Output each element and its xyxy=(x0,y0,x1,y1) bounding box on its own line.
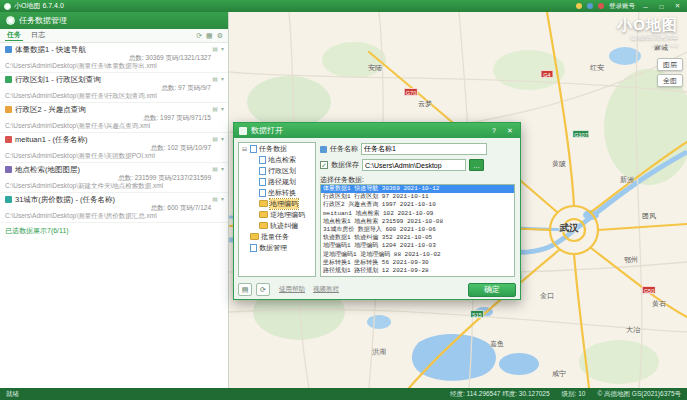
task-list: 体量数据1 - 快速导航▤▾总数: 30369 页码/1321/1327C:\U… xyxy=(0,43,228,388)
layers-button[interactable]: 图层 xyxy=(657,58,683,71)
task-menu-icon[interactable]: ▾ xyxy=(221,45,224,54)
tree-item-批量任务[interactable]: 批量任务 xyxy=(239,231,315,242)
brand-block: 小O地图 让地图应用更简单 ver 6.7.4.0 xyxy=(617,17,678,48)
task-table-icon[interactable]: ▤ xyxy=(212,105,218,114)
task-data-row[interactable]: 坐标转换1 坐标转换 56 2021-09-30 xyxy=(321,259,514,267)
map-city-label: 大冶 xyxy=(626,325,640,335)
sidebar-tabs: 任务日志 xyxy=(5,30,47,41)
full-extent-button[interactable]: 全图 xyxy=(657,74,683,87)
task-menu-icon[interactable]: ▾ xyxy=(221,165,224,174)
task-data-row[interactable]: 行政区2 兴趣点查询 1997 2021-10-10 xyxy=(321,201,514,209)
dialog-footer: ▤ ⟳ 使用帮助视频教程 确定 xyxy=(238,281,516,298)
task-stats: 总数: 102 页码/10/97 xyxy=(5,144,224,152)
task-table-icon[interactable]: ▤ xyxy=(212,75,218,84)
brand-version: ver 6.7.4.0 xyxy=(617,42,678,48)
save-label: 数据保存 xyxy=(331,160,359,170)
refresh-list-icon[interactable]: ⟳ xyxy=(256,283,270,296)
dialog-link-使用帮助[interactable]: 使用帮助 xyxy=(279,285,305,294)
task-data-listbox: 体量数据1 快速导航 30369 2021-10-12行政区划1 行政区划 97… xyxy=(320,184,515,277)
map-city-label: 鄂州 xyxy=(624,255,638,265)
task-menu-icon[interactable]: ▾ xyxy=(221,75,224,84)
task-name-input[interactable] xyxy=(361,143,487,155)
task-list-item[interactable]: meituan1 - (任务名称)▤▾总数: 102 页码/10/97C:\Us… xyxy=(0,133,228,163)
task-title: 地点检索(地图图层) xyxy=(15,165,80,174)
tree-item-地理编码[interactable]: 地理编码 xyxy=(239,198,315,209)
tree-item-逆地理编码[interactable]: 逆地理编码 xyxy=(239,209,315,220)
list-view-icon[interactable]: ▤ xyxy=(238,283,252,296)
dialog-close-button[interactable]: ✕ xyxy=(505,127,515,135)
sidebar-tab-任务[interactable]: 任务 xyxy=(5,30,23,41)
task-list-item[interactable]: 行政区划1 - 行政区划查询▤▾总数: 97 页码/9/7C:\Users\Ad… xyxy=(0,73,228,103)
sidebar-tab-日志[interactable]: 日志 xyxy=(29,30,47,41)
sidebar-logo-icon xyxy=(6,16,15,25)
task-data-row[interactable]: 体量数据1 快速导航 30369 2021-10-12 xyxy=(321,185,514,193)
task-list-item[interactable]: 31城市(房价数据) - (任务名称)▤▾总数: 600 页码/7/124C:\… xyxy=(0,193,228,223)
tree-item-轨迹纠偏[interactable]: 轨迹纠偏 xyxy=(239,220,315,231)
brand-logo: 小O地图 xyxy=(617,17,678,33)
tree-label: 逆地理编码 xyxy=(270,210,305,220)
map-tool-buttons: 图层全图 xyxy=(657,58,683,87)
settings-icon[interactable]: ⚙ xyxy=(217,32,223,40)
login-account-button[interactable]: 登录账号 xyxy=(609,2,635,11)
grid-icon[interactable]: ▦ xyxy=(206,32,213,40)
task-title: meituan1 - (任务名称) xyxy=(15,135,88,144)
task-table-icon[interactable]: ▤ xyxy=(212,45,218,54)
task-menu-icon[interactable]: ▾ xyxy=(221,105,224,114)
task-path: C:\Users\Admin\Desktop\测量任务\行政区划查询.xml xyxy=(5,92,224,100)
task-data-row[interactable]: meituan1 地点检索 102 2021-10-09 xyxy=(321,210,514,218)
dialog-link-视频教程[interactable]: 视频教程 xyxy=(313,285,339,294)
task-table-icon[interactable]: ▤ xyxy=(212,195,218,204)
task-path: C:\Users\Admin\Desktop\测量任务\房价数据汇总.xml xyxy=(5,212,224,220)
refresh-icon[interactable]: ⟳ xyxy=(196,32,202,40)
file-icon xyxy=(259,156,266,164)
task-data-row[interactable]: 逆地理编码1 逆地理编码 88 2021-10-02 xyxy=(321,251,514,259)
task-data-row[interactable]: 31城市房价 数据导入 600 2021-10-06 xyxy=(321,226,514,234)
task-list-item[interactable]: 行政区2 - 兴趣点查询▤▾总数: 1997 页码/971/15C:\Users… xyxy=(0,103,228,133)
statusbar-right: 经度: 114.296547 纬度: 30.127025级别: 10© 高德地图… xyxy=(450,390,681,399)
save-checkbox[interactable]: ✓ xyxy=(320,161,328,169)
task-menu-icon[interactable]: ▾ xyxy=(221,195,224,204)
tree-item-行政区划[interactable]: 行政区划 xyxy=(239,165,315,176)
app-icon xyxy=(4,3,11,10)
task-title: 行政区2 - 兴趣点查询 xyxy=(15,105,86,114)
task-title: 体量数据1 - 快速导航 xyxy=(15,45,86,54)
minimize-button[interactable]: ─ xyxy=(640,3,651,10)
map-city-label: 黄陂 xyxy=(552,159,566,169)
tree-item-坐标转换[interactable]: 坐标转换 xyxy=(239,187,315,198)
task-stats: 总数: 1997 页码/971/15 xyxy=(5,114,224,122)
dialog-tree: ⊟任务数据地点检索行政区划路径规划坐标转换地理编码逆地理编码轨迹纠偏批量任务数据… xyxy=(238,142,316,277)
tree-expander-icon[interactable]: ⊟ xyxy=(241,145,248,152)
task-table-icon[interactable]: ▤ xyxy=(212,165,218,174)
dialog-title: 数据打开 xyxy=(251,125,283,136)
tree-label: 任务数据 xyxy=(259,144,287,154)
skin-red-icon[interactable] xyxy=(598,3,604,9)
skin-yellow-icon[interactable] xyxy=(576,3,582,9)
save-path-row: ✓ 数据保存 … xyxy=(320,159,515,171)
close-button[interactable]: ✕ xyxy=(672,2,683,10)
map-city-label: 金口 xyxy=(540,291,554,301)
task-data-row[interactable]: 地理编码1 地理编码 1204 2021-10-03 xyxy=(321,242,514,250)
task-menu-icon[interactable]: ▾ xyxy=(221,135,224,144)
skin-blue-icon[interactable] xyxy=(587,3,593,9)
dialog-titlebar[interactable]: 数据打开 ? ✕ xyxy=(234,123,520,138)
tree-item-地点检索[interactable]: 地点检索 xyxy=(239,154,315,165)
maximize-button[interactable]: □ xyxy=(656,3,667,10)
dialog-links: 使用帮助视频教程 xyxy=(279,285,339,294)
task-table-icon[interactable]: ▤ xyxy=(212,135,218,144)
statusbar: 就绪 经度: 114.296547 纬度: 30.127025级别: 10© 高… xyxy=(0,388,687,400)
tree-item-数据管理[interactable]: 数据管理 xyxy=(239,242,315,253)
tree-item-任务数据[interactable]: ⊟任务数据 xyxy=(239,143,315,154)
task-data-row[interactable]: 地点检索1 地点检索 231599 2021-10-08 xyxy=(321,218,514,226)
task-type-icon xyxy=(5,76,12,83)
map-city-label: 云梦 xyxy=(418,99,432,109)
task-list-item[interactable]: 地点检索(地图图层)▤▾总数: 231599 页码/2137/231599C:\… xyxy=(0,163,228,193)
dialog-help-button[interactable]: ? xyxy=(489,127,499,135)
ok-button[interactable]: 确定 xyxy=(468,283,516,297)
brand-slogan: 让地图应用更简单 xyxy=(617,33,678,42)
browse-folder-button[interactable]: … xyxy=(469,159,484,171)
save-path-input[interactable] xyxy=(362,159,466,171)
task-data-row[interactable]: 路径规划1 路径规划 12 2021-09-28 xyxy=(321,267,514,275)
task-list-item[interactable]: 体量数据1 - 快速导航▤▾总数: 30369 页码/1321/1327C:\U… xyxy=(0,43,228,73)
tree-item-路径规划[interactable]: 路径规划 xyxy=(239,176,315,187)
file-icon xyxy=(259,167,266,175)
